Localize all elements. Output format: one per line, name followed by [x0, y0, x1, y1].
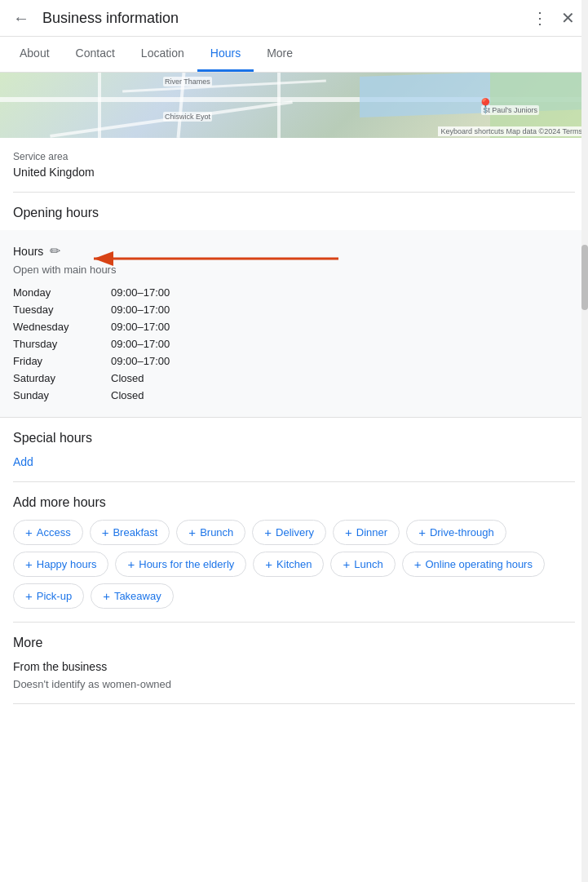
chip-plus-icon: + [188, 525, 196, 539]
tab-contact[interactable]: Contact [63, 37, 128, 72]
hours-day-saturday: Saturday [13, 372, 111, 384]
hours-day-sunday: Sunday [13, 389, 111, 401]
hours-day-monday: Monday [13, 286, 111, 299]
chip-label-drive-through: Drive-through [430, 526, 494, 539]
tab-hours[interactable]: Hours [197, 37, 254, 72]
chip-label-online-operating: Online operating hours [425, 558, 533, 570]
chip-brunch[interactable]: + Brunch [176, 520, 245, 545]
from-business-value: Doesn't identify as women-owned [13, 678, 575, 690]
chip-label-hours-elderly: Hours for the elderly [139, 558, 234, 570]
chip-lunch[interactable]: + Lunch [330, 552, 395, 577]
tab-more[interactable]: More [254, 37, 306, 72]
chip-drive-through[interactable]: + Drive-through [406, 520, 506, 545]
from-business-title: From the business [13, 660, 575, 673]
hours-label: Hours [13, 245, 43, 258]
chip-access[interactable]: + Access [13, 520, 83, 545]
main-scrollbar-track[interactable] [581, 0, 588, 882]
opening-hours-header: Opening hours [13, 193, 575, 220]
chip-label-dinner: Dinner [356, 526, 387, 539]
hours-table: Monday 09:00–17:00 Tuesday 09:00–17:00 W… [13, 284, 575, 404]
chip-plus-icon: + [418, 525, 426, 539]
chip-dinner[interactable]: + Dinner [333, 520, 400, 545]
map-label-chiswick: Chiswick Eyot [163, 112, 212, 122]
chip-takeaway[interactable]: + Takeaway [91, 583, 174, 609]
hours-day-friday: Friday [13, 355, 111, 367]
chip-breakfast[interactable]: + Breakfast [90, 520, 170, 545]
chip-plus-icon: + [25, 589, 33, 603]
add-more-hours-section: Add more hours + Access + Breakfast + Br… [13, 482, 575, 623]
page-title: Business information [42, 10, 532, 27]
hours-block: Hours ✏ Open with main hours Monday 09:0… [0, 230, 588, 418]
hours-time-tuesday: 09:00–17:00 [111, 304, 170, 316]
chip-plus-icon: + [103, 589, 110, 603]
edit-hours-icon[interactable]: ✏ [50, 243, 60, 259]
hours-header: Hours ✏ [13, 243, 575, 259]
hours-time-wednesday: 09:00–17:00 [111, 321, 170, 333]
tab-about[interactable]: About [7, 37, 63, 72]
chip-delivery[interactable]: + Delivery [252, 520, 326, 545]
add-special-hours-link[interactable]: Add [13, 455, 575, 468]
map-label-thames: River Thames [163, 77, 212, 86]
hours-row-thursday: Thursday 09:00–17:00 [13, 335, 575, 352]
service-area-label: Service area [13, 151, 575, 162]
hours-day-tuesday: Tuesday [13, 304, 111, 316]
chip-label-access: Access [37, 526, 71, 539]
chip-label-brunch: Brunch [200, 526, 233, 539]
chips-container: + Access + Breakfast + Brunch + Delivery… [13, 520, 575, 609]
hours-time-thursday: 09:00–17:00 [111, 338, 170, 350]
chip-plus-icon: + [102, 525, 109, 539]
tab-location[interactable]: Location [128, 37, 197, 72]
chip-label-lunch: Lunch [354, 558, 382, 570]
hours-subtitle: Open with main hours [13, 264, 575, 276]
opening-hours-title: Opening hours [13, 206, 575, 220]
chip-plus-icon: + [345, 525, 352, 539]
chip-plus-icon: + [343, 557, 350, 571]
tabs-bar: About Contact Location Hours More [0, 37, 588, 73]
close-icon[interactable]: ✕ [561, 8, 575, 28]
add-more-hours-title: Add more hours [13, 495, 575, 510]
map-attribution: Keyboard shortcuts Map data ©2024 Terms [438, 126, 585, 136]
special-hours-title: Special hours [13, 431, 575, 445]
chip-hours-elderly[interactable]: + Hours for the elderly [115, 552, 246, 577]
main-content: Service area United Kingdom Opening hour… [0, 138, 588, 704]
chip-plus-icon: + [25, 557, 33, 571]
menu-icon[interactable]: ⋮ [532, 8, 548, 28]
more-section: More From the business Doesn't identify … [13, 623, 575, 704]
chip-label-delivery: Delivery [276, 526, 314, 539]
chip-label-breakfast: Breakfast [113, 526, 157, 539]
hours-day-wednesday: Wednesday [13, 321, 111, 333]
chip-plus-icon: + [25, 525, 33, 539]
service-area-value: United Kingdom [13, 166, 575, 179]
hours-time-monday: 09:00–17:00 [111, 286, 170, 299]
chip-label-takeaway: Takeaway [114, 590, 161, 602]
more-title: More [13, 636, 575, 650]
chip-happy-hours[interactable]: + Happy hours [13, 552, 108, 577]
service-area-section: Service area United Kingdom [13, 138, 575, 193]
main-scrollbar-thumb[interactable] [581, 245, 588, 310]
hours-time-sunday: Closed [111, 389, 144, 401]
chip-label-happy-hours: Happy hours [37, 558, 97, 570]
hours-row-monday: Monday 09:00–17:00 [13, 284, 575, 301]
special-hours-section: Special hours Add [13, 418, 575, 482]
header: ← Business information ⋮ ✕ [0, 0, 588, 37]
chip-online-operating[interactable]: + Online operating hours [402, 552, 545, 577]
chip-pickup[interactable]: + Pick-up [13, 583, 84, 609]
chip-plus-icon: + [265, 557, 272, 571]
chip-kitchen[interactable]: + Kitchen [253, 552, 324, 577]
back-button[interactable]: ← [13, 9, 29, 28]
hours-day-thursday: Thursday [13, 338, 111, 350]
header-icons: ⋮ ✕ [532, 8, 575, 28]
hours-time-friday: 09:00–17:00 [111, 355, 170, 367]
map-container: River Thames St Paul's Juniors Chiswick … [0, 73, 588, 138]
chip-plus-icon: + [127, 557, 135, 571]
hours-row-saturday: Saturday Closed [13, 370, 575, 387]
hours-row-friday: Friday 09:00–17:00 [13, 352, 575, 370]
chip-plus-icon: + [264, 525, 272, 539]
chip-plus-icon: + [414, 557, 422, 571]
hours-time-saturday: Closed [111, 372, 144, 384]
hours-row-sunday: Sunday Closed [13, 387, 575, 404]
hours-row-wednesday: Wednesday 09:00–17:00 [13, 318, 575, 335]
chip-label-kitchen: Kitchen [276, 558, 312, 570]
hours-row-tuesday: Tuesday 09:00–17:00 [13, 301, 575, 318]
chip-label-pickup: Pick-up [37, 590, 72, 602]
